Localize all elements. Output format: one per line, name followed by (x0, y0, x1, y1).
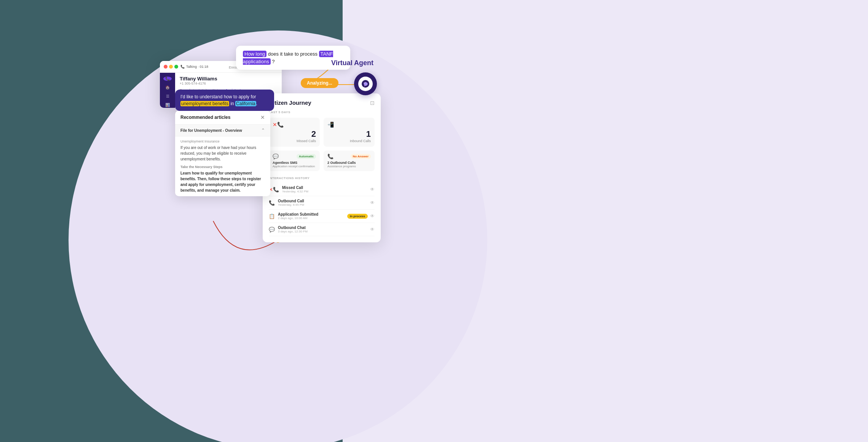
sidebar-icon-phone[interactable]: 📞 (163, 77, 172, 81)
rec-articles-title: Recommended articles (180, 115, 230, 120)
missed-calls-count: 2 (311, 129, 316, 139)
interaction-missed-call-left: ✕📞 Missed Call Yesterday, 4:32 PM (269, 186, 308, 193)
traffic-light-yellow[interactable] (169, 65, 173, 69)
channel-sms-top: 💬 Automatic (273, 154, 316, 159)
interaction-outbound-call-name: Outbound Call (278, 199, 304, 203)
eye-icon-outbound[interactable]: 👁 (370, 200, 375, 205)
inbound-calls-box: 📲 1 Inbound Calls (324, 118, 375, 147)
interaction-application-name: Application Submitted (278, 212, 318, 216)
interaction-outbound-call: 📞 Outbound Call Yesterday, 6:45 PM 👁 (269, 196, 375, 210)
traffic-lights (164, 65, 178, 69)
agent-name: Tiffany Williams (180, 76, 277, 82)
missed-call-icon: ✕📞 (269, 187, 279, 192)
rec-article-title-row[interactable]: File for Unemployment - Overview ⌃ (175, 125, 270, 136)
channel-calls-desc: Assistance programs (327, 165, 371, 168)
channel-calls-icon: 📞 (327, 154, 333, 159)
question-text-middle: does it take to process (268, 51, 319, 57)
chevron-up-icon: ⌃ (261, 128, 265, 133)
titlebar-status: 📞 Talking · 01:18 (180, 65, 208, 69)
rec-steps-title: Take the Necessary Steps (180, 165, 265, 169)
question-text-highlight: How long (243, 51, 266, 57)
inbound-calls-label: Inbound Calls (350, 139, 371, 143)
agent-phone: +1 305-574-4176 (180, 82, 277, 85)
journey-title: Citizen Journey (269, 99, 311, 106)
interaction-missed-call: ✕📞 Missed Call Yesterday, 4:32 PM 👁 (269, 183, 375, 196)
last5days-label: LAST 5 DAYS (269, 110, 375, 114)
virtual-agent-icon-inner (358, 77, 373, 91)
rec-article-body: Unemployment Insurance If you are out of… (175, 136, 270, 196)
virtual-agent-label: Virtual Agent (331, 59, 373, 67)
interaction-missed-call-right: 👁 (370, 187, 375, 192)
inbound-calls-icon: 📲 (327, 122, 334, 128)
eye-icon-missed[interactable]: 👁 (370, 187, 375, 192)
missed-calls-label: Missed Calls (297, 139, 316, 143)
status-text: Talking · 01:18 (186, 65, 208, 69)
interaction-outbound-call-left: 📞 Outbound Call Yesterday, 6:45 PM (269, 199, 304, 207)
channel-sms-name: Agentless SMS (273, 161, 316, 165)
interaction-missed-call-info: Missed Call Yesterday, 4:32 PM (282, 186, 308, 193)
interaction-application-info: Application Submitted 2 days ago, 10:00 … (278, 212, 318, 220)
virtual-agent-icon (354, 72, 377, 95)
interactions-label: INTERACTIONS HISTORY (269, 176, 375, 180)
channel-sms-icon: 💬 (273, 154, 279, 159)
inprocess-badge: In process (347, 214, 368, 219)
phone-icon: 📞 (180, 65, 185, 69)
rec-articles-header: Recommended articles ✕ (175, 110, 270, 125)
rec-category: Unemployment Insurance (180, 139, 265, 143)
interaction-missed-call-time: Yesterday, 4:32 PM (282, 190, 308, 193)
speech-highlight-california: California (235, 101, 256, 106)
agent-header: Tiffany Williams +1 305-574-4176 (175, 73, 282, 87)
interaction-application-left: 📋 Application Submitted 2 days ago, 10:0… (269, 212, 318, 220)
titlebar-left: 📞 Talking · 01:18 (164, 65, 208, 69)
channel-row: 💬 Automatic Agentless SMS Application re… (269, 151, 375, 171)
sidebar-icon-home[interactable]: 🏠 (163, 85, 172, 90)
chat-icon-interaction: 💬 (269, 227, 275, 232)
chat-icon (361, 80, 370, 88)
traffic-light-green[interactable] (174, 65, 178, 69)
channel-calls-name: 2 Outbound Calls (327, 161, 371, 165)
application-icon: 📋 (269, 213, 275, 219)
channel-sms-badge: Automatic (297, 154, 316, 159)
channel-sms-box: 💬 Automatic Agentless SMS Application re… (269, 151, 320, 171)
interaction-missed-call-name: Missed Call (282, 186, 308, 190)
eye-icon-chat[interactable]: 👁 (370, 227, 375, 232)
channel-calls-badge: No Answer (351, 154, 371, 159)
speech-highlight-unemployment: unemployment benefits (180, 101, 229, 106)
interaction-application: 📋 Application Submitted 2 days ago, 10:0… (269, 210, 375, 223)
analyzing-bubble: Analyzing... (301, 78, 338, 88)
channel-calls-top: 📞 No Answer (327, 154, 371, 159)
missed-calls-icon: ✕📞 (273, 122, 284, 128)
rec-body-text: If you are out of work or have had your … (180, 145, 265, 162)
interaction-outbound-call-info: Outbound Call Yesterday, 6:45 PM (278, 199, 304, 207)
missed-calls-box: ✕📞 2 Missed Calls (269, 118, 320, 147)
eye-icon-application[interactable]: 👁 (370, 213, 375, 219)
interaction-chat: 💬 Outbound Chat 3 days ago, 12:30 PM 👁 (269, 223, 375, 236)
interaction-outbound-call-right: 👁 (370, 200, 375, 205)
traffic-light-red[interactable] (164, 65, 168, 69)
interaction-chat-info: Outbound Chat 3 days ago, 12:30 PM (278, 226, 308, 233)
rec-steps-text: Learn how to qualify for unemployment be… (180, 170, 265, 193)
interaction-application-time: 2 days ago, 10:00 AM (278, 216, 318, 220)
question-text-end: ? (272, 59, 274, 64)
speech-bubble: I'd like to understand how to apply for … (175, 90, 274, 111)
sidebar-icon-chart[interactable]: 📊 (163, 103, 172, 107)
speech-text-middle: in (229, 101, 235, 106)
journey-header: Citizen Journey ⊡ (269, 99, 375, 106)
interaction-chat-time: 3 days ago, 12:30 PM (278, 230, 308, 233)
journey-expand-icon[interactable]: ⊡ (370, 100, 375, 106)
interaction-chat-right: 👁 (370, 227, 375, 232)
analyzing-text: Analyzing... (307, 80, 332, 86)
channel-calls-box: 📞 No Answer 2 Outbound Calls Assistance … (324, 151, 375, 171)
speech-text-before: I'd like to understand how to apply for (180, 94, 256, 99)
citizen-journey-panel: Citizen Journey ⊡ LAST 5 DAYS ✕📞 2 Misse… (263, 93, 381, 242)
recommended-articles-panel: Recommended articles ✕ File for Unemploy… (175, 110, 270, 196)
interaction-chat-name: Outbound Chat (278, 226, 308, 230)
stats-row: ✕📞 2 Missed Calls 📲 1 Inbound Calls (269, 118, 375, 147)
interaction-outbound-call-time: Yesterday, 6:45 PM (278, 203, 304, 207)
interaction-chat-left: 💬 Outbound Chat 3 days ago, 12:30 PM (269, 226, 308, 233)
interaction-application-right: In process 👁 (347, 213, 375, 219)
speech-text-after: . (256, 101, 257, 106)
sidebar-icon-list[interactable]: ☰ (163, 94, 172, 98)
channel-sms-desc: Application receipt confirmation (273, 165, 316, 168)
rec-articles-close-button[interactable]: ✕ (260, 114, 265, 120)
